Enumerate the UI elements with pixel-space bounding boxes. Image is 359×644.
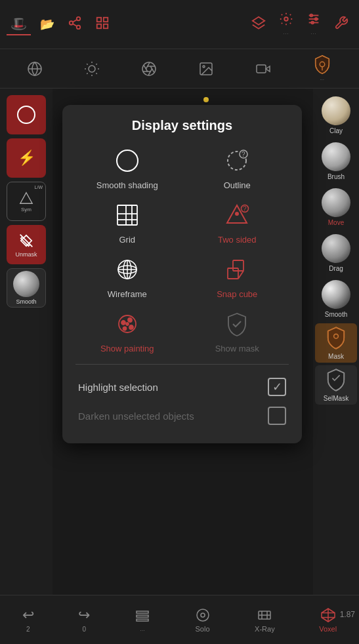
xray-icon [257, 607, 272, 623]
modal-item-smooth-shading[interactable]: Smooth shading [75, 146, 179, 190]
brush-label: Brush [327, 173, 345, 180]
lightning-icon: ⚡ [18, 150, 35, 167]
smooth-sphere-right [322, 280, 350, 309]
svg-point-10 [284, 17, 288, 21]
svg-point-68 [121, 321, 125, 325]
move-sphere [322, 188, 350, 217]
redo-icon: ↪ [78, 607, 90, 624]
modal-item-wireframe[interactable]: Wireframe [75, 255, 179, 299]
modal-item-snap-cube[interactable]: Snap cube [186, 255, 289, 299]
outline-icon: ? [222, 146, 251, 175]
snap-cube-icon [222, 255, 251, 284]
svg-rect-37 [257, 65, 266, 73]
svg-rect-5 [97, 17, 101, 21]
left-btn-unmask[interactable]: Unmask [7, 225, 46, 264]
darken-unselected-label: Darken unselected objects [78, 411, 194, 422]
toolbar-btn-layers[interactable] [247, 13, 270, 36]
bottom-btn-solo[interactable]: Solo [190, 605, 216, 635]
menu-icon [135, 608, 150, 624]
show-painting-label: Show painting [100, 344, 154, 353]
svg-point-2 [77, 25, 81, 28]
svg-line-27 [96, 64, 97, 64]
second-btn-sun[interactable] [84, 61, 100, 77]
version-number: 1.87 [340, 610, 355, 619]
brush-sphere [322, 142, 350, 171]
modal-item-outline[interactable]: ? Outline [186, 146, 289, 190]
wireframe-label: Wireframe [108, 289, 147, 299]
tools-icon [334, 16, 348, 33]
bottom-btn-xray[interactable]: X-Ray [249, 605, 280, 635]
right-item-move[interactable]: Move [316, 186, 356, 229]
top-toolbar-left: 🎩 📂 [7, 13, 114, 36]
toolbar-btn-sliders[interactable]: ··· [303, 9, 325, 39]
clay-label: Clay [329, 127, 343, 134]
toolbar-btn-tools[interactable] [330, 13, 352, 36]
svg-rect-48 [117, 205, 137, 225]
sym-triangle-icon [19, 191, 33, 205]
svg-point-71 [123, 327, 126, 331]
svg-marker-41 [20, 192, 32, 203]
second-btn-image[interactable] [198, 61, 214, 77]
bottom-btn-voxel[interactable]: Voxel [314, 605, 342, 635]
darken-unselected-checkbox[interactable] [268, 407, 286, 425]
toolbar-btn-folder[interactable]: 📂 [36, 14, 58, 34]
video-icon [255, 61, 271, 77]
second-toolbar: ··· [0, 49, 359, 89]
svg-line-22 [87, 64, 87, 64]
voxel-label: Voxel [319, 625, 337, 633]
svg-point-1 [70, 21, 74, 25]
selmask-shield-icon [325, 368, 347, 393]
show-mask-icon [222, 310, 251, 338]
left-btn-sym[interactable]: L/W Sym [7, 182, 46, 221]
second-btn-aperture[interactable] [141, 61, 157, 77]
image-icon [198, 61, 214, 77]
right-item-drag[interactable]: Drag [316, 231, 356, 275]
right-item-mask[interactable]: Mask [315, 323, 357, 363]
modal-item-show-painting[interactable]: Show painting [75, 310, 179, 353]
left-btn-circle[interactable] [7, 95, 46, 134]
drag-label: Drag [329, 265, 343, 272]
modal-item-grid[interactable]: Grid [75, 201, 179, 245]
svg-line-66 [238, 271, 243, 279]
modal-item-show-mask[interactable]: Show mask [186, 310, 289, 353]
aperture-icon [141, 61, 157, 77]
mask-shield-icon [325, 326, 347, 351]
bottom-btn-undo[interactable]: ↩ 2 [17, 604, 39, 635]
solo-icon [195, 607, 211, 623]
second-btn-globe[interactable] [27, 61, 43, 77]
right-item-smooth[interactable]: Smooth [316, 277, 356, 321]
yellow-dot-indicator [203, 97, 209, 102]
modal-item-two-sided[interactable]: ? Two sided [186, 201, 289, 245]
second-btn-shield-display[interactable]: ··· [312, 54, 332, 83]
sun-icon [84, 61, 100, 77]
toolbar-btn-grid[interactable] [91, 13, 114, 36]
bottom-toolbar: ↩ 2 ↪ 0 ... Solo X-Ray [0, 595, 359, 644]
solo-label: Solo [196, 625, 210, 633]
svg-marker-38 [266, 66, 270, 71]
right-item-selmask[interactable]: SelMask [315, 365, 357, 405]
left-btn-lightning[interactable]: ⚡ [7, 138, 46, 178]
second-btn-video[interactable] [255, 61, 271, 77]
svg-rect-74 [137, 615, 148, 617]
smooth-sphere [13, 271, 39, 297]
toolbar-btn-settings[interactable]: ··· [275, 9, 297, 39]
right-item-brush[interactable]: Brush [316, 140, 356, 183]
grid-modal-icon [113, 201, 142, 230]
snap-cube-label: Snap cube [217, 289, 257, 299]
highlight-selection-checkbox[interactable]: ✓ [268, 378, 286, 396]
folder-icon: 📂 [40, 17, 54, 31]
unmask-icon [17, 231, 35, 250]
svg-text:?: ? [242, 151, 245, 158]
modal-title: Display settings [75, 118, 289, 133]
left-btn-smooth[interactable]: Smooth [7, 268, 46, 308]
undo-count: 2 [26, 626, 30, 633]
svg-point-54 [235, 212, 239, 216]
bottom-btn-menu[interactable]: ... [129, 605, 156, 635]
bottom-btn-redo[interactable]: ↪ 0 [73, 604, 95, 635]
svg-line-4 [73, 19, 77, 22]
smooth-label-right: Smooth [325, 311, 347, 318]
right-item-clay[interactable]: Clay [316, 94, 356, 137]
toolbar-btn-hat[interactable]: 🎩 [7, 13, 31, 35]
toolbar-btn-share[interactable] [64, 13, 86, 36]
svg-line-29 [150, 66, 154, 73]
